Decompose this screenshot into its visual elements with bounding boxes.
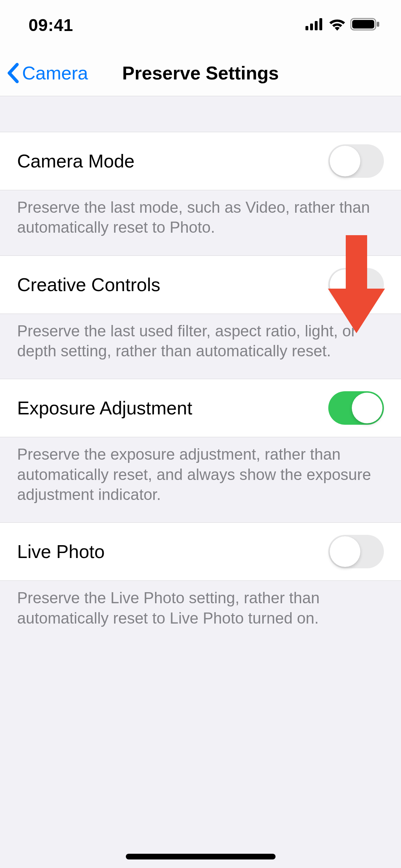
row-creative-controls[interactable]: Creative Controls	[0, 255, 401, 314]
spacer	[0, 96, 401, 132]
row-live-photo[interactable]: Live Photo	[0, 522, 401, 581]
back-button[interactable]: Camera	[6, 62, 88, 84]
toggle-live-photo[interactable]	[328, 535, 384, 568]
status-time: 09:41	[29, 15, 73, 35]
label-live-photo: Live Photo	[17, 541, 105, 562]
svg-rect-1	[310, 24, 313, 30]
svg-rect-5	[352, 20, 374, 29]
footer-live-photo: Preserve the Live Photo setting, rather …	[0, 581, 401, 646]
footer-creative-controls: Preserve the last used filter, aspect ra…	[0, 314, 401, 379]
status-bar: 09:41	[0, 0, 401, 50]
toggle-creative-controls[interactable]	[328, 268, 384, 301]
toggle-exposure-adjustment[interactable]	[328, 391, 384, 425]
wifi-icon	[328, 18, 346, 32]
svg-rect-6	[377, 22, 379, 27]
label-exposure-adjustment: Exposure Adjustment	[17, 397, 192, 419]
label-creative-controls: Creative Controls	[17, 274, 160, 295]
footer-exposure-adjustment: Preserve the exposure adjustment, rather…	[0, 437, 401, 522]
label-camera-mode: Camera Mode	[17, 150, 134, 172]
toggle-camera-mode[interactable]	[328, 144, 384, 178]
footer-camera-mode: Preserve the last mode, such as Video, r…	[0, 190, 401, 255]
nav-bar: Camera Preserve Settings	[0, 50, 401, 96]
svg-rect-2	[315, 21, 318, 30]
row-exposure-adjustment[interactable]: Exposure Adjustment	[0, 379, 401, 437]
row-camera-mode[interactable]: Camera Mode	[0, 132, 401, 190]
cellular-icon	[305, 18, 324, 32]
battery-icon	[350, 17, 380, 32]
back-label: Camera	[22, 62, 88, 84]
svg-rect-0	[305, 26, 308, 30]
home-indicator	[126, 854, 276, 859]
svg-rect-3	[319, 18, 322, 30]
status-indicators	[305, 17, 380, 32]
chevron-left-icon	[6, 62, 21, 84]
